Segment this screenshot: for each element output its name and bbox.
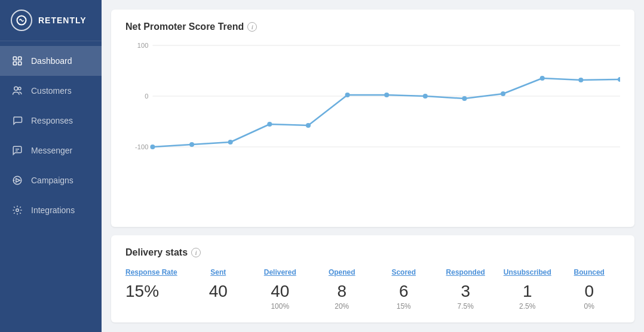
svg-point-12 xyxy=(16,209,19,212)
svg-marker-10 xyxy=(16,179,20,182)
value-scored: 6 xyxy=(373,277,435,301)
sent-link[interactable]: Sent xyxy=(210,268,226,276)
svg-text:Dec 13th: Dec 13th xyxy=(452,152,476,153)
sidebar-item-campaigns[interactable]: Campaigns xyxy=(0,165,102,195)
col-header-sent: Sent xyxy=(188,266,250,277)
opened-link[interactable]: Opened xyxy=(329,268,355,276)
nav-menu: Dashboard Customers Responses xyxy=(0,41,102,225)
sidebar-item-responses-label: Responses xyxy=(31,116,73,125)
pct-opened: 20% xyxy=(311,301,373,311)
logo-icon xyxy=(11,10,32,31)
response-rate-link[interactable]: Response Rate xyxy=(125,268,177,276)
svg-point-30 xyxy=(578,78,583,82)
svg-text:Dec 14th: Dec 14th xyxy=(491,152,515,153)
bounced-link[interactable]: Bounced xyxy=(574,268,605,276)
col-header-unsubscribed: Unsubscribed xyxy=(496,266,559,277)
svg-point-23 xyxy=(306,123,311,128)
stats-header-row: Response Rate Sent Delivered Opened Scor… xyxy=(125,266,620,277)
svg-point-22 xyxy=(267,122,272,127)
svg-text:Dec 9th: Dec 9th xyxy=(298,152,319,153)
col-header-response-rate: Response Rate xyxy=(125,266,188,277)
sidebar-item-campaigns-label: Campaigns xyxy=(31,176,73,185)
value-response-rate: 15% xyxy=(125,277,188,301)
responded-link[interactable]: Responded xyxy=(446,268,485,276)
value-delivered: 40 xyxy=(249,277,311,301)
pct-responded: 7.5% xyxy=(435,301,497,311)
delivery-stats-title: Delivery stats xyxy=(125,247,188,258)
dashboard-icon xyxy=(11,54,24,67)
delivery-stats-card: Delivery stats i Response Rate Sent Deli… xyxy=(111,235,634,322)
stats-pct-row: 100% 20% 15% 7.5% 2.5% 0% xyxy=(125,301,620,311)
delivery-stats-title-row: Delivery stats i xyxy=(125,247,620,258)
sidebar-item-customers[interactable]: Customers xyxy=(0,76,102,106)
pct-unsubscribed: 2.5% xyxy=(496,301,559,311)
nps-chart-title-row: Net Promoter Score Trend i xyxy=(125,21,620,32)
col-header-bounced: Bounced xyxy=(559,266,621,277)
main-content: Net Promoter Score Trend i 100 0 -100 xyxy=(102,0,644,332)
svg-rect-4 xyxy=(19,62,22,65)
unsubscribed-link[interactable]: Unsubscribed xyxy=(504,268,551,276)
responses-icon xyxy=(11,114,24,127)
col-header-opened: Opened xyxy=(311,266,373,277)
value-opened: 8 xyxy=(311,277,373,301)
sidebar: RETENTLY Dashboard xyxy=(0,0,102,332)
pct-scored: 15% xyxy=(373,301,435,311)
pct-delivered: 100% xyxy=(249,301,311,311)
value-bounced: 0 xyxy=(559,277,621,301)
sidebar-item-dashboard-label: Dashboard xyxy=(31,56,72,66)
nps-info-icon[interactable]: i xyxy=(247,22,257,32)
svg-text:Dec 16th: Dec 16th xyxy=(569,152,593,153)
svg-rect-2 xyxy=(19,57,22,60)
col-header-scored: Scored xyxy=(373,266,435,277)
integrations-icon xyxy=(11,204,24,217)
sidebar-item-integrations[interactable]: Integrations xyxy=(0,195,102,225)
sidebar-item-dashboard[interactable]: Dashboard xyxy=(0,46,102,76)
svg-text:Dec 12th: Dec 12th xyxy=(413,152,437,153)
value-sent: 40 xyxy=(188,277,250,301)
svg-point-28 xyxy=(501,91,505,96)
svg-text:0: 0 xyxy=(145,93,148,100)
delivered-link[interactable]: Delivered xyxy=(264,268,296,276)
svg-text:Dec 6th: Dec 6th xyxy=(182,152,203,153)
svg-text:Dec 10th: Dec 10th xyxy=(335,152,359,153)
svg-point-24 xyxy=(345,93,350,97)
sidebar-item-responses[interactable]: Responses xyxy=(0,106,102,136)
app-name: RETENTLY xyxy=(38,16,87,25)
svg-point-19 xyxy=(150,145,155,149)
svg-point-21 xyxy=(228,140,233,145)
col-header-delivered: Delivered xyxy=(249,266,311,277)
svg-text:-100: -100 xyxy=(135,143,148,150)
nps-chart-card: Net Promoter Score Trend i 100 0 -100 xyxy=(111,10,634,227)
sidebar-item-integrations-label: Integrations xyxy=(31,205,75,215)
svg-point-20 xyxy=(189,142,194,147)
value-responded: 3 xyxy=(435,277,497,301)
stats-table: Response Rate Sent Delivered Opened Scor… xyxy=(125,266,620,311)
stats-values-row: 15% 40 40 8 6 3 1 0 xyxy=(125,277,620,301)
svg-text:Dec 5th: Dec 5th xyxy=(142,152,163,153)
customers-icon xyxy=(11,84,24,97)
svg-text:Dec 11th: Dec 11th xyxy=(375,152,398,153)
svg-point-29 xyxy=(540,76,545,81)
svg-point-27 xyxy=(462,96,467,101)
svg-point-6 xyxy=(19,87,22,90)
scored-link[interactable]: Scored xyxy=(391,268,416,276)
sidebar-item-messenger[interactable]: Messenger xyxy=(0,136,102,165)
svg-rect-3 xyxy=(13,62,16,65)
app-logo: RETENTLY xyxy=(0,0,102,41)
pct-response-rate xyxy=(125,301,188,311)
svg-text:Dec 17th: Dec 17th xyxy=(608,152,620,153)
svg-text:100: 100 xyxy=(137,42,149,49)
svg-point-26 xyxy=(423,94,428,99)
messenger-icon xyxy=(11,144,24,157)
svg-text:Dec 7th: Dec 7th xyxy=(220,152,241,153)
pct-bounced: 0% xyxy=(559,301,621,311)
svg-point-25 xyxy=(384,93,389,97)
campaigns-icon xyxy=(11,174,24,187)
sidebar-item-messenger-label: Messenger xyxy=(31,146,72,155)
svg-rect-1 xyxy=(13,57,16,60)
value-unsubscribed: 1 xyxy=(496,277,559,301)
pct-sent xyxy=(188,301,250,311)
svg-text:Dec 8th: Dec 8th xyxy=(259,152,280,153)
svg-text:Dec 15th: Dec 15th xyxy=(530,152,554,153)
delivery-stats-info-icon[interactable]: i xyxy=(191,248,201,257)
